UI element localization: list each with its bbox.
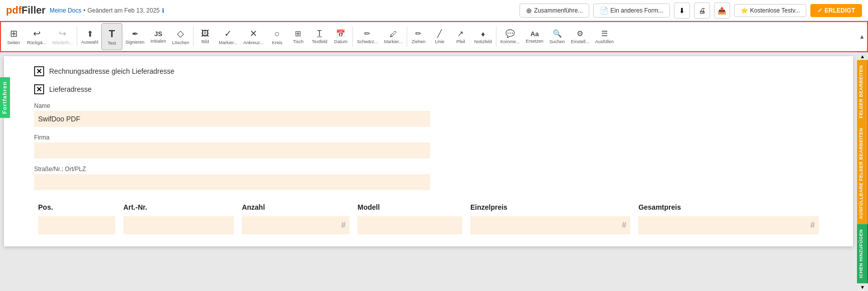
table-header-row: Pos. Art.-Nr. Anzahl Modell Einzelpreis … — [34, 200, 823, 214]
auswahl-label: Auswahl — [81, 40, 98, 45]
share-button[interactable]: 📤 — [714, 3, 730, 19]
toolbar-suchen[interactable]: 🔍 Suchen — [547, 23, 568, 50]
toolbar-initialen[interactable]: JS Initialen — [147, 23, 169, 50]
ersetzen-icon: Aa — [531, 30, 539, 38]
scroll-down-arrow[interactable]: ▼ — [857, 283, 868, 291]
toolbar-ziehen[interactable]: ✏ Ziehen — [408, 23, 429, 50]
ziehen-icon: ✏ — [415, 29, 422, 38]
pfeil-label: Pfeil — [456, 39, 465, 44]
notizfeld-icon: ♦ — [481, 30, 485, 38]
name-field-group: Name — [34, 102, 823, 127]
cell-anzahl[interactable]: # — [238, 214, 354, 236]
toolbar-loschen[interactable]: ◇ Löschen — [169, 23, 192, 50]
toolbar-wiederh[interactable]: ↪ Wiederh... — [49, 23, 76, 50]
markier2-icon: 🖊 — [390, 30, 397, 38]
star-icon: ⭐ — [741, 7, 748, 14]
header: pdfFiller Meine Docs • Geändert am Feb 1… — [0, 0, 868, 21]
erledigt-button[interactable]: ✓ ERLEDIGT — [810, 4, 862, 17]
toolbar-einstell[interactable]: ⚙ Einstell... — [568, 23, 592, 50]
einstell-icon: ⚙ — [577, 29, 583, 38]
tisch-label: Tisch — [293, 39, 303, 44]
felder-bearbeiten-tab[interactable]: FELDER BEARBEITEN — [857, 60, 868, 123]
kostenlose-button[interactable]: ⭐ Kostenlose Testv... — [734, 4, 807, 17]
toolbar-kreis[interactable]: ○ Kreis — [267, 23, 288, 50]
toolbar-bild[interactable]: 🖼 Bild — [195, 23, 216, 50]
firma-input[interactable] — [34, 142, 430, 159]
merge-icon: ⊕ — [526, 7, 532, 15]
toolbar-tisch[interactable]: ⊞ Tisch — [288, 23, 309, 50]
ziehen-label: Ziehen — [412, 39, 426, 44]
name-label: Name — [34, 102, 823, 109]
toolbar-signieren[interactable]: ✒ Signieren — [122, 23, 147, 50]
right-sidebar: ▲ FELDER BEARBEITEN AUSFÜLLBARE FELDER B… — [857, 52, 868, 291]
zusammenfuhren-button[interactable]: ⊕ Zusammenführe... — [519, 4, 589, 18]
checkbox-2[interactable]: ✕ — [34, 84, 44, 94]
seiten-icon: ⊞ — [10, 28, 18, 39]
ausfullen-icon: ☰ — [601, 29, 608, 38]
hinzufugen-tab[interactable]: ICHEN HINZUFÜGEN — [857, 224, 868, 283]
anderes-form-button[interactable]: 📄 Ein anderes Form... — [593, 4, 669, 18]
toolbar-auswahl[interactable]: ⬆ Auswahl — [78, 23, 101, 50]
auswahl-icon: ⬆ — [87, 29, 93, 39]
toolbar-markier1[interactable]: ✓ Markier... — [216, 23, 240, 50]
toolbar-ruckga[interactable]: ↩ Rückgä... — [24, 23, 49, 50]
signieren-label: Signieren — [125, 40, 144, 45]
changed-text: Geändert am Feb 13, 2025 — [87, 7, 159, 14]
ausfullen-tab[interactable]: AUSFÜLLBARE FELDER BEARBEITEN — [857, 123, 868, 224]
cell-einzelpreis[interactable]: # — [466, 214, 634, 236]
strasse-input[interactable] — [34, 174, 430, 190]
linie-label: Linie — [435, 39, 444, 44]
toolbar-schwarz[interactable]: ✏ Schwärz... — [354, 23, 381, 50]
cell-pos[interactable] — [34, 214, 119, 236]
main-area: Fortfahren ✕ Rechnungsadresse gleich Lie… — [0, 52, 868, 291]
cell-gesamtpreis[interactable]: # — [634, 214, 823, 236]
toolbar-scroll-up[interactable]: ▲ — [859, 33, 865, 40]
toolbar-komme[interactable]: 💬 Komme... — [497, 23, 523, 50]
divider-2 — [193, 27, 194, 47]
cell-modell[interactable] — [354, 214, 466, 236]
separator: • — [83, 7, 85, 14]
col-anzahl: Anzahl — [238, 200, 354, 214]
toolbar-ausfullen[interactable]: ☰ Ausfüllen — [592, 23, 617, 50]
strasse-label: Straße/Nr.; Ort/PLZ — [34, 166, 823, 173]
ankreuz-label: Ankreuz... — [243, 40, 264, 45]
toolbar: ⊞ Seiten ↩ Rückgä... ↪ Wiederh... ⬆ Ausw… — [0, 21, 868, 52]
scroll-up-arrow[interactable]: ▲ — [857, 52, 868, 60]
ersetzen-label: Ersetzen — [526, 39, 544, 44]
toolbar-datum[interactable]: 📅 Datum — [330, 23, 352, 50]
divider-1 — [77, 27, 77, 47]
toolbar-markier2[interactable]: 🖊 Markier... — [381, 23, 406, 50]
cell-artnr[interactable] — [119, 214, 238, 236]
toolbar-pfeil[interactable]: ↗ Pfeil — [450, 23, 471, 50]
my-docs-link[interactable]: Meine Docs — [50, 7, 81, 14]
kreis-label: Kreis — [272, 40, 282, 45]
document-table: Pos. Art.-Nr. Anzahl Modell Einzelpreis … — [34, 200, 823, 236]
ausfullen-label: Ausfüllen — [595, 39, 614, 44]
komme-icon: 💬 — [505, 29, 515, 38]
header-right: ⊕ Zusammenführe... 📄 Ein anderes Form...… — [519, 3, 862, 19]
col-artnr: Art.-Nr. — [119, 200, 238, 214]
loschen-icon: ◇ — [177, 28, 184, 39]
notizfeld-label: Notizfeld — [474, 39, 492, 44]
schwarz-icon: ✏ — [364, 29, 371, 38]
ankreuz-icon: ✕ — [250, 28, 257, 39]
toolbar-seiten[interactable]: ⊞ Seiten — [3, 23, 24, 50]
name-input[interactable] — [34, 111, 430, 127]
fortfahren-button[interactable]: Fortfahren — [0, 77, 10, 118]
toolbar-textfeld[interactable]: T Textfeld — [309, 23, 330, 50]
toolbar-notizfeld[interactable]: ♦ Notizfeld — [471, 23, 495, 50]
textfeld-icon: T — [317, 29, 322, 38]
toolbar-text[interactable]: T Text — [101, 23, 122, 50]
wiederh-label: Wiederh... — [52, 40, 73, 45]
document-content: ✕ Rechnungsadresse gleich Lieferadresse … — [4, 56, 853, 246]
print-button[interactable]: 🖨 — [694, 3, 710, 19]
toolbar-ersetzen[interactable]: Aa Ersetzen — [523, 23, 547, 50]
checkbox-1-label: Rechnungsadresse gleich Lieferadresse — [49, 67, 175, 75]
toolbar-ankreuz[interactable]: ✕ Ankreuz... — [240, 23, 267, 50]
checkbox-1[interactable]: ✕ — [34, 66, 44, 76]
download-button[interactable]: ⬇ — [674, 3, 690, 19]
seiten-label: Seiten — [7, 40, 20, 45]
toolbar-linie[interactable]: ╱ Linie — [429, 23, 450, 50]
suchen-icon: 🔍 — [553, 29, 562, 38]
document-wrapper: Fortfahren ✕ Rechnungsadresse gleich Lie… — [0, 52, 857, 291]
